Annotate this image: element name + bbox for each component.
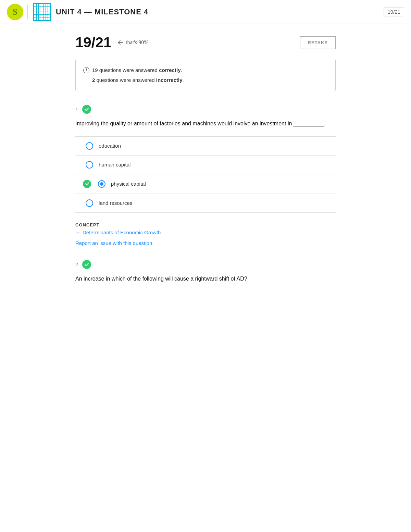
question-2-number-row: 2 [75, 260, 336, 269]
header-divider [27, 5, 28, 19]
incorrect-prefix: questions were answered [95, 77, 156, 83]
question-2-block: 2 An increase in which of the following … [75, 260, 336, 283]
question-2-number: 2 [75, 261, 78, 267]
radio-physical-capital[interactable] [98, 180, 105, 188]
sophia-logo: S [7, 4, 23, 20]
report-issue-link[interactable]: Report an issue with this question [75, 240, 152, 246]
question-1-correct-badge [82, 105, 91, 114]
correct-answer-indicator [83, 180, 91, 188]
checkmark-q2-icon [84, 262, 89, 267]
option-land-resources[interactable]: land resources [75, 194, 336, 213]
checkmark-icon [84, 107, 89, 112]
question-1-text: Improving the quality or amount of facto… [75, 119, 336, 128]
radio-human-capital[interactable] [86, 161, 93, 169]
correct-summary-text: 19 questions were answered correctly. [92, 65, 182, 75]
header: S UNIT 4 — MILESTONE 4 19/21 [0, 0, 411, 24]
unit-icon [33, 3, 51, 21]
option-land-resources-label: land resources [99, 200, 132, 206]
option-human-capital[interactable]: human capital [75, 156, 336, 174]
arrow-right-icon: → [75, 230, 80, 235]
info-icon: i [83, 67, 89, 73]
correct-count: 19 [92, 67, 98, 73]
header-score-badge: 19/21 [384, 7, 404, 16]
score-annotation: that's 90% [117, 39, 148, 46]
correctly-bold: correctly [159, 67, 180, 73]
retake-button[interactable]: RETAKE [300, 36, 336, 49]
question-1-number: 1 [75, 107, 78, 112]
option-physical-capital[interactable]: physical capital [75, 174, 336, 194]
page-title: UNIT 4 — MILESTONE 4 [56, 8, 148, 16]
concept-section: CONCEPT → Determinants of Economic Growt… [75, 222, 336, 246]
incorrect-summary-text: 2 questions were answered incorrectly. [92, 75, 184, 85]
concept-label: CONCEPT [75, 222, 336, 227]
checkmark-correct-icon [85, 182, 89, 186]
option-education[interactable]: education [75, 137, 336, 156]
correct-summary-row: i 19 questions were answered correctly. [83, 65, 328, 75]
main-content: 19/21 that's 90% RETAKE i 19 questions w… [68, 24, 342, 307]
option-education-label: education [99, 143, 121, 149]
question-1-number-row: 1 [75, 105, 336, 114]
radio-land-resources[interactable] [86, 199, 93, 207]
concept-link-text: Determinants of Economic Growth [83, 230, 161, 235]
incorrect-summary-row: 2 questions were answered incorrectly. [83, 75, 328, 85]
incorrectly-bold: incorrectly [156, 77, 183, 83]
score-row: 19/21 that's 90% RETAKE [75, 34, 336, 51]
question-1-block: 1 Improving the quality or amount of fac… [75, 105, 336, 246]
score-display: 19/21 [75, 34, 111, 51]
option-physical-capital-label: physical capital [111, 181, 146, 187]
annotation-text: that's 90% [126, 39, 148, 46]
summary-box: i 19 questions were answered correctly. … [75, 59, 336, 91]
question-2-correct-badge [82, 260, 91, 269]
radio-physical-capital-inner [100, 182, 103, 186]
correct-prefix: questions were answered [98, 67, 159, 73]
concept-link[interactable]: → Determinants of Economic Growth [75, 230, 336, 235]
svg-text:S: S [13, 7, 17, 17]
question-2-text: An increase in which of the following wi… [75, 274, 336, 283]
radio-education[interactable] [86, 142, 93, 150]
question-1-options: education human capital physical capital [75, 136, 336, 213]
option-human-capital-label: human capital [99, 162, 130, 168]
arrow-icon [117, 40, 124, 45]
